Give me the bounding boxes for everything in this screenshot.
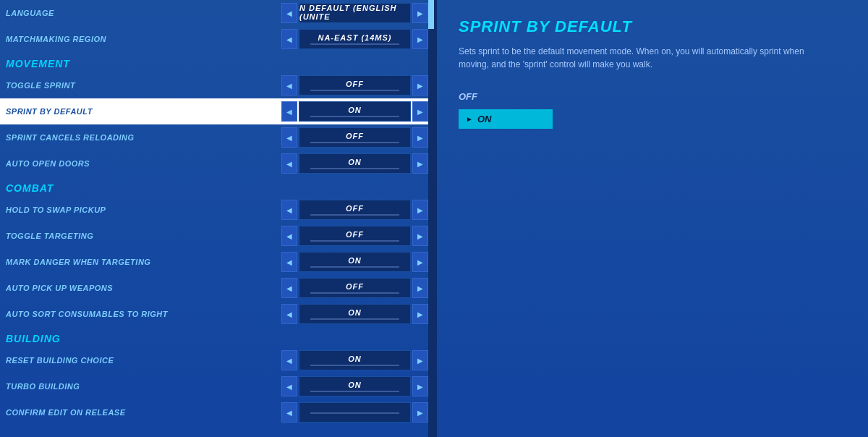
reset-building-value: ON <box>348 355 362 363</box>
confirm-edit-row[interactable]: CONFIRM EDIT ON RELEASE ◀ ▶ <box>0 399 434 425</box>
mark-danger-value-box: ON <box>299 252 411 272</box>
turbo-building-underline <box>310 391 399 392</box>
option-on-active[interactable]: ► ON <box>459 109 553 129</box>
sprint-cancels-value-box: OFF <box>299 127 411 148</box>
left-panel: LANGUAGE ◀ N DEFAULT (ENGLISH (UNITE ▶ M… <box>0 0 434 437</box>
sprint-by-default-row[interactable]: SPRINT BY DEFAULT ◀ ON ▶ <box>0 98 434 124</box>
reset-building-value-box: ON <box>299 350 411 370</box>
reset-building-arrow-right[interactable]: ▶ <box>412 350 428 370</box>
option-list: OFF ► ON <box>459 88 846 129</box>
sprint-by-default-value-box: ON <box>299 101 411 122</box>
auto-sort-arrow-right[interactable]: ▶ <box>412 304 428 324</box>
sprint-cancels-label: SPRINT CANCELS RELOADING <box>6 133 281 142</box>
auto-sort-label: AUTO SORT CONSUMABLES TO RIGHT <box>6 310 281 318</box>
sprint-cancels-row[interactable]: SPRINT CANCELS RELOADING ◀ OFF ▶ <box>0 124 434 150</box>
auto-sort-value-box: ON <box>299 304 411 324</box>
sprint-by-default-value: ON <box>348 106 362 114</box>
matchmaking-arrow-right[interactable]: ▶ <box>412 29 428 49</box>
mark-danger-arrow-left[interactable]: ◀ <box>281 252 297 272</box>
toggle-sprint-value-box: OFF <box>299 75 411 96</box>
reset-building-label: RESET BUILDING CHOICE <box>6 356 281 365</box>
reset-building-row[interactable]: RESET BUILDING CHOICE ◀ ON ▶ <box>0 347 434 373</box>
language-arrow-left[interactable]: ◀ <box>281 3 297 23</box>
hold-swap-arrow-right[interactable]: ▶ <box>412 200 428 220</box>
toggle-targeting-row[interactable]: TOGGLE TARGETING ◀ OFF ▶ <box>0 223 434 249</box>
auto-sort-underline <box>310 318 399 320</box>
combat-section-header: COMBAT <box>0 177 434 197</box>
toggle-targeting-underline <box>310 240 399 242</box>
turbo-building-label: TURBO BUILDING <box>6 382 281 391</box>
toggle-targeting-label: TOGGLE TARGETING <box>6 232 281 240</box>
hold-swap-arrow-left[interactable]: ◀ <box>281 200 297 220</box>
mark-danger-arrow-right[interactable]: ▶ <box>412 252 428 272</box>
toggle-sprint-value: OFF <box>346 80 364 88</box>
option-off[interactable]: OFF <box>459 88 846 105</box>
scrollbar-thumb[interactable] <box>428 0 434 29</box>
sprint-by-default-arrow-left[interactable]: ◀ <box>281 101 297 122</box>
toggle-targeting-arrow-left[interactable]: ◀ <box>281 226 297 246</box>
toggle-sprint-arrow-right[interactable]: ▶ <box>412 75 428 96</box>
toggle-sprint-row[interactable]: TOGGLE SPRINT ◀ OFF ▶ <box>0 72 434 98</box>
turbo-building-row[interactable]: TURBO BUILDING ◀ ON ▶ <box>0 373 434 399</box>
confirm-edit-control: ◀ ▶ <box>281 402 428 423</box>
mark-danger-label: MARK DANGER WHEN TARGETING <box>6 258 281 266</box>
right-panel: SPRINT BY DEFAULT Sets sprint to be the … <box>437 0 868 437</box>
auto-sort-row[interactable]: AUTO SORT CONSUMABLES TO RIGHT ◀ ON ▶ <box>0 301 434 327</box>
matchmaking-value: NA-EAST (14MS) <box>318 33 391 42</box>
auto-sort-arrow-left[interactable]: ◀ <box>281 304 297 324</box>
confirm-edit-arrow-right[interactable]: ▶ <box>412 402 428 423</box>
auto-pickup-underline <box>310 292 399 294</box>
sprint-cancels-underline <box>310 142 399 143</box>
right-description: Sets sprint to be the default movement m… <box>459 45 806 71</box>
auto-sort-control: ◀ ON ▶ <box>281 304 428 324</box>
sprint-cancels-arrow-right[interactable]: ▶ <box>412 127 428 148</box>
matchmaking-arrow-left[interactable]: ◀ <box>281 29 297 49</box>
language-value: N DEFAULT (ENGLISH (UNITE <box>299 4 410 21</box>
sprint-by-default-underline <box>310 116 399 117</box>
sprint-cancels-control: ◀ OFF ▶ <box>281 127 428 148</box>
confirm-edit-underline <box>310 412 399 414</box>
mark-danger-control: ◀ ON ▶ <box>281 252 428 272</box>
auto-open-doors-arrow-left[interactable]: ◀ <box>281 153 297 174</box>
movement-section-header: MOVEMENT <box>0 52 434 72</box>
turbo-building-arrow-left[interactable]: ◀ <box>281 376 297 396</box>
confirm-edit-value-box <box>299 402 411 423</box>
hold-swap-row[interactable]: HOLD TO SWAP PICKUP ◀ OFF ▶ <box>0 197 434 223</box>
matchmaking-row: MATCHMAKING REGION ◀ NA-EAST (14MS) ▶ <box>0 26 434 52</box>
scrollbar[interactable] <box>428 0 434 437</box>
auto-pickup-arrow-left[interactable]: ◀ <box>281 278 297 298</box>
toggle-sprint-underline <box>310 90 399 91</box>
auto-open-doors-arrow-right[interactable]: ▶ <box>412 153 428 174</box>
mark-danger-underline <box>310 266 399 268</box>
auto-pickup-value: OFF <box>346 282 364 291</box>
matchmaking-label: MATCHMAKING REGION <box>6 35 281 43</box>
language-arrow-right[interactable]: ▶ <box>412 3 428 23</box>
hold-swap-value: OFF <box>346 204 364 213</box>
hold-swap-control: ◀ OFF ▶ <box>281 200 428 220</box>
auto-pickup-row[interactable]: AUTO PICK UP WEAPONS ◀ OFF ▶ <box>0 275 434 301</box>
language-value-box: N DEFAULT (ENGLISH (UNITE <box>299 3 411 23</box>
reset-building-underline <box>310 365 399 366</box>
confirm-edit-label: CONFIRM EDIT ON RELEASE <box>6 408 281 417</box>
auto-open-doors-control: ◀ ON ▶ <box>281 153 428 174</box>
turbo-building-arrow-right[interactable]: ▶ <box>412 376 428 396</box>
auto-open-doors-row[interactable]: AUTO OPEN DOORS ◀ ON ▶ <box>0 150 434 177</box>
sprint-cancels-arrow-left[interactable]: ◀ <box>281 127 297 148</box>
option-on-arrow: ► <box>466 115 473 123</box>
reset-building-control: ◀ ON ▶ <box>281 350 428 370</box>
toggle-sprint-arrow-left[interactable]: ◀ <box>281 75 297 96</box>
confirm-edit-arrow-left[interactable]: ◀ <box>281 402 297 423</box>
mark-danger-row[interactable]: MARK DANGER WHEN TARGETING ◀ ON ▶ <box>0 249 434 275</box>
toggle-targeting-arrow-right[interactable]: ▶ <box>412 226 428 246</box>
toggle-targeting-value-box: OFF <box>299 226 411 246</box>
auto-open-doors-label: AUTO OPEN DOORS <box>6 159 281 168</box>
hold-swap-label: HOLD TO SWAP PICKUP <box>6 205 281 214</box>
sprint-by-default-arrow-right[interactable]: ▶ <box>412 101 428 122</box>
sprint-cancels-value: OFF <box>346 132 364 140</box>
sprint-by-default-control: ◀ ON ▶ <box>281 101 428 122</box>
hold-swap-underline <box>310 214 399 216</box>
reset-building-arrow-left[interactable]: ◀ <box>281 350 297 370</box>
auto-open-doors-underline <box>310 168 399 169</box>
right-title: SPRINT BY DEFAULT <box>459 17 846 36</box>
auto-pickup-arrow-right[interactable]: ▶ <box>412 278 428 298</box>
